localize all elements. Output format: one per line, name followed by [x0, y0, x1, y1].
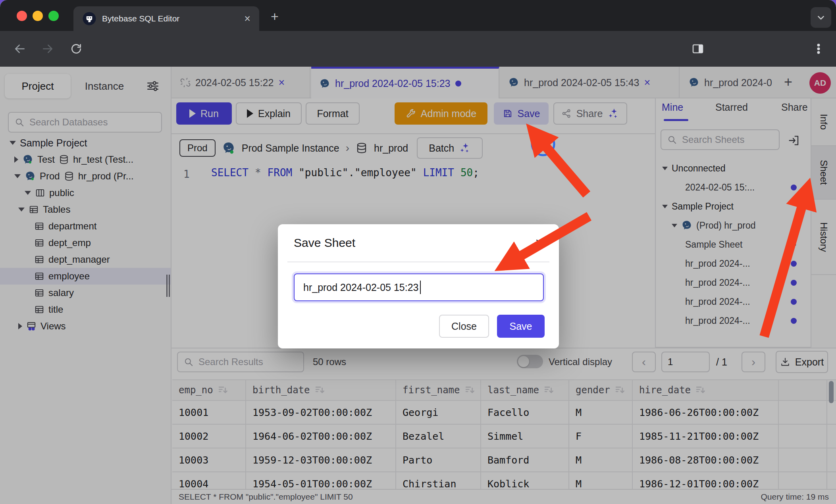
browser-tab[interactable]: Bytebase SQL Editor ×	[73, 6, 259, 31]
browser-window: Bytebase SQL Editor × + localhost:8080/s…	[0, 0, 836, 504]
back-icon[interactable]	[13, 42, 26, 55]
sheet-name-input[interactable]: hr_prod 2024-02-05 15:23	[294, 273, 544, 301]
forward-icon[interactable]	[41, 42, 54, 55]
chevron-down-icon	[815, 11, 827, 24]
browser-titlebar: Bytebase SQL Editor × +	[0, 0, 836, 31]
sql-editor-app: Project Instance Sample Project Test hr_…	[0, 67, 836, 504]
browser-navbar: localhost:8080/sql-editor/prod-sample-in…	[0, 31, 836, 67]
bytebase-favicon	[82, 12, 96, 26]
minimize-window-button[interactable]	[33, 11, 43, 21]
screenshot-root: Bytebase SQL Editor × + localhost:8080/s…	[0, 0, 836, 504]
text-cursor	[420, 281, 421, 294]
save-sheet-dialog: Save Sheet × hr_prod 2024-02-05 15:23 Cl…	[278, 224, 559, 348]
side-panel-icon[interactable]	[692, 42, 704, 55]
save-confirm-button[interactable]: Save	[497, 315, 545, 338]
dialog-title: Save Sheet	[294, 236, 355, 250]
browser-menu-icon[interactable]	[812, 42, 825, 55]
browser-tab-title: Bytebase SQL Editor	[102, 14, 239, 23]
close-button[interactable]: Close	[439, 315, 489, 338]
sheet-name-value: hr_prod 2024-02-05 15:23	[303, 282, 419, 293]
dialog-divider	[287, 262, 549, 262]
close-window-button[interactable]	[17, 11, 27, 21]
maximize-window-button[interactable]	[48, 11, 59, 21]
tab-search-button[interactable]	[811, 7, 831, 28]
reload-icon[interactable]	[70, 42, 83, 55]
new-tab-button[interactable]: +	[271, 9, 279, 24]
close-dialog-icon[interactable]: ×	[535, 235, 543, 250]
close-tab-icon[interactable]: ×	[244, 13, 250, 25]
